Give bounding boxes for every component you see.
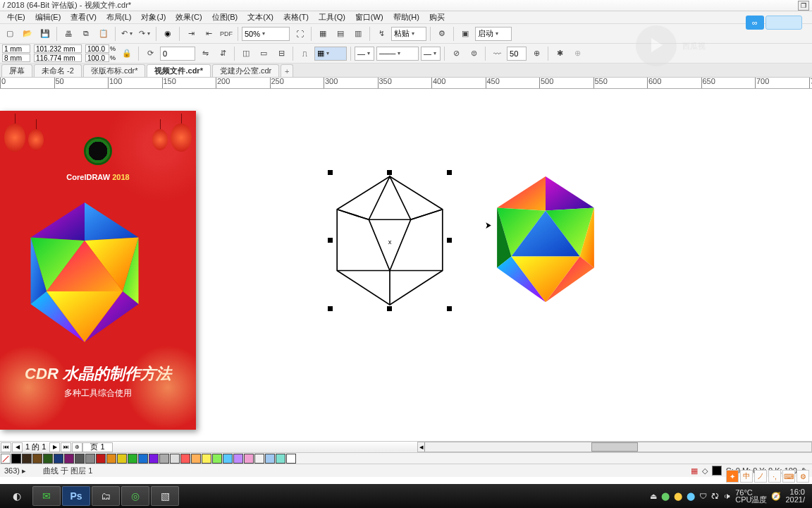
import-icon[interactable]: ⇥ (183, 26, 199, 42)
menu-tools[interactable]: 工具(Q) (314, 11, 350, 23)
color-swatch[interactable] (286, 454, 296, 464)
poster-artwork[interactable]: CorelDRAW 2018 (0, 111, 196, 430)
color-swatch[interactable] (212, 454, 222, 464)
menu-text[interactable]: 文本(X) (242, 11, 278, 23)
snap2-icon[interactable]: ▤ (333, 26, 348, 42)
lock-ratio-icon[interactable]: 🔒 (119, 46, 135, 61)
mirror-v-icon[interactable]: ⇵ (215, 46, 230, 61)
outline-width[interactable]: 50 (507, 47, 527, 61)
mirror-h-icon[interactable]: ⇋ (197, 46, 213, 61)
menu-effects[interactable]: 效果(C) (171, 11, 207, 23)
obj-height[interactable]: 116.774 mm (34, 54, 82, 62)
h-scrollbar[interactable]: ◂ (417, 442, 812, 452)
color-swatch[interactable] (54, 454, 63, 464)
snap1-icon[interactable]: ▦ (315, 26, 331, 42)
ruler-horizontal[interactable]: 0501001502002503003504004505005506006507… (0, 78, 812, 89)
color-swatch[interactable] (233, 454, 243, 464)
color-swatch[interactable] (265, 454, 275, 464)
color-swatch[interactable] (128, 454, 137, 464)
color-swatch[interactable] (43, 454, 53, 464)
arrow-start[interactable]: — (355, 47, 374, 61)
taskbar-chrome-icon[interactable]: ◎ (121, 486, 149, 506)
color-swatch[interactable] (180, 454, 190, 464)
auto-close-icon[interactable]: ⊜ (466, 46, 481, 61)
menu-window[interactable]: 窗口(W) (350, 11, 388, 23)
stepper-icon[interactable]: ⊕ (529, 46, 544, 61)
doc-tab[interactable]: 党建办公室.cdr (212, 64, 279, 77)
align3-icon[interactable]: ⊟ (273, 46, 289, 61)
color-swatch[interactable] (244, 454, 254, 464)
order-icon[interactable]: ⎍ (297, 46, 312, 61)
menu-layout[interactable]: 布局(L) (102, 11, 136, 23)
open-icon[interactable]: 📂 (20, 26, 35, 42)
scale-y[interactable]: 100.0 (85, 54, 109, 62)
export-icon[interactable]: ⇤ (201, 26, 216, 42)
add-doc-tab[interactable]: + (281, 64, 293, 77)
menu-help[interactable]: 帮助(H) (388, 11, 424, 23)
y-pos[interactable]: 8 mm (2, 54, 30, 62)
prev-page-button[interactable]: ◀ (12, 442, 23, 452)
crystal-colored-object[interactable] (488, 176, 603, 302)
paste-dropdown[interactable]: 粘贴 (391, 27, 426, 41)
selected-object[interactable]: x (330, 172, 450, 309)
color-swatch[interactable] (138, 454, 148, 464)
fullscreen-icon[interactable]: ⛶ (292, 26, 307, 42)
canvas[interactable]: CorelDRAW 2018 (0, 89, 812, 441)
fill-none-icon[interactable]: ◇ (702, 466, 708, 476)
taskbar-wechat-icon[interactable]: ✉ (32, 486, 61, 506)
menu-buy[interactable]: 购买 (424, 11, 450, 23)
menu-file[interactable]: 牛(E) (2, 11, 30, 23)
color-swatch[interactable] (254, 454, 264, 464)
first-page-button[interactable]: ⏮ (1, 442, 11, 452)
color-swatch[interactable] (85, 454, 95, 464)
color-swatch[interactable] (191, 454, 201, 464)
paste-icon[interactable]: 📋 (96, 26, 111, 42)
color-swatch[interactable] (22, 454, 32, 464)
print-icon[interactable]: 🖶 (61, 26, 76, 42)
menu-bitmap[interactable]: 位图(B) (207, 11, 243, 23)
color-swatch[interactable] (170, 454, 180, 464)
outline-color-chip[interactable] (712, 466, 722, 476)
undo-button[interactable]: ↶ (119, 26, 135, 42)
arrow-end[interactable]: — (421, 47, 441, 61)
color-swatch[interactable] (202, 454, 211, 464)
x-pos[interactable]: 1 mm (2, 44, 30, 53)
color-swatch[interactable] (75, 454, 85, 464)
align1-icon[interactable]: ◫ (238, 46, 254, 61)
outline-width-icon[interactable]: 〰 (489, 46, 505, 61)
copy-icon[interactable]: ⧉ (78, 26, 94, 42)
publish-pdf-icon[interactable]: PDF (219, 26, 234, 42)
menu-edit[interactable]: 编辑(E) (30, 11, 66, 23)
window-icon[interactable]: ▣ (457, 26, 473, 42)
taskbar-ps-icon[interactable]: Ps (62, 486, 90, 506)
menu-view[interactable]: 查看(V) (66, 11, 102, 23)
break-icon[interactable]: ⊕ (570, 46, 585, 61)
color-swatch[interactable] (64, 454, 74, 464)
gear-icon[interactable]: ⚙ (434, 26, 450, 42)
color-swatch[interactable] (11, 454, 21, 464)
color-swatch[interactable] (149, 454, 159, 464)
page-tab[interactable]: 页 1 (82, 442, 112, 452)
taskbar-app-icon[interactable]: ◐ (3, 486, 31, 506)
color-swatch[interactable] (117, 454, 127, 464)
save-icon[interactable]: 💾 (37, 26, 53, 42)
color-swatch[interactable] (159, 454, 169, 464)
doc-tab[interactable]: 未命名 -2 (34, 64, 82, 77)
doc-tab[interactable]: 张版布标.cdr* (83, 64, 146, 77)
taskbar-folder-icon[interactable]: 🗂 (92, 486, 120, 506)
status-doc-icon[interactable]: ▦ (691, 466, 698, 476)
color-swatch[interactable] (96, 454, 106, 464)
zoom-level[interactable]: 50% (242, 27, 290, 41)
color-swatch[interactable] (223, 454, 233, 464)
menu-object[interactable]: 对象(J) (136, 11, 171, 23)
rotate-icon[interactable]: ⟳ (142, 46, 158, 61)
redo-button[interactable]: ↷ (137, 26, 152, 42)
menu-table[interactable]: 表格(T) (278, 11, 314, 23)
rotation-angle[interactable]: 0 (160, 47, 195, 61)
obj-width[interactable]: 101.232 mm (34, 44, 82, 53)
wrap-style[interactable]: ▦ (314, 47, 347, 61)
doc-tab[interactable]: 屏幕 (1, 64, 32, 77)
search-icon[interactable]: ◉ (160, 26, 176, 42)
next-page-button[interactable]: ▶ (49, 442, 60, 452)
scale-x[interactable]: 100.0 (85, 44, 109, 53)
